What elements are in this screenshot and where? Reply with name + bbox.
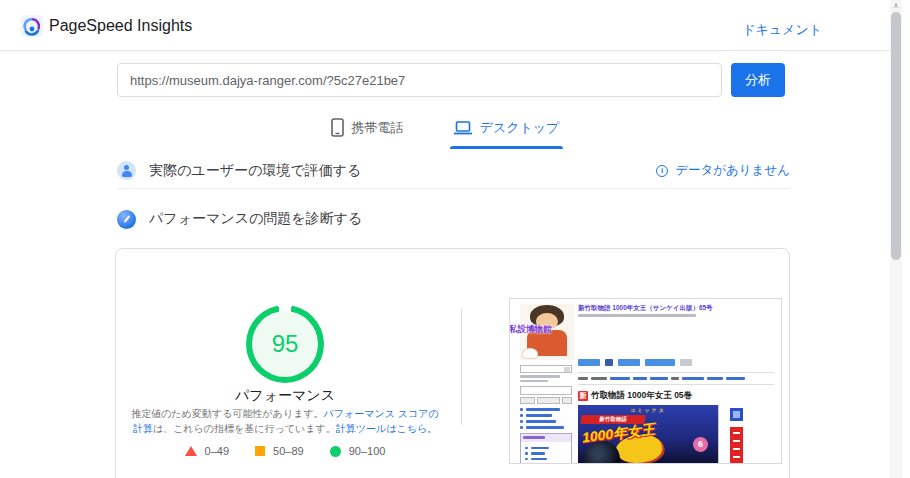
decorative-placeholder bbox=[564, 367, 570, 372]
legend-item-fail: 0–49 bbox=[185, 445, 229, 457]
decorative-placeholder bbox=[537, 397, 560, 404]
url-input[interactable] bbox=[117, 63, 722, 97]
field-section-title: 実際のユーザーの環境で評価する bbox=[149, 162, 361, 180]
note-text-2: は、これらの指標を基に行っています。 bbox=[153, 423, 336, 434]
active-tab-underline bbox=[450, 146, 564, 149]
red-triangle-icon bbox=[185, 446, 197, 456]
thumb-social-buttons bbox=[578, 359, 692, 366]
decorative-placeholder bbox=[578, 359, 600, 366]
decorative-placeholder bbox=[650, 377, 668, 380]
decorative-placeholder bbox=[525, 463, 528, 464]
decorative-placeholder bbox=[645, 359, 675, 366]
decorative-placeholder bbox=[591, 377, 607, 380]
decorative-placeholder bbox=[618, 359, 640, 366]
thumb-site-name: 私設博物館 bbox=[509, 324, 552, 336]
thumb-sidebar bbox=[520, 365, 572, 464]
decorative-placeholder bbox=[726, 377, 745, 380]
cover-publisher-text: コミックス bbox=[578, 407, 718, 413]
decorative-placeholder bbox=[733, 440, 740, 442]
lab-data-section-header: パフォーマンスの問題を診断する bbox=[117, 203, 790, 235]
decorative-placeholder bbox=[562, 397, 572, 404]
performance-score-value: 95 bbox=[252, 311, 318, 377]
decorative-placeholder bbox=[733, 411, 740, 418]
scrollbar-thumb[interactable] bbox=[891, 12, 901, 260]
decorative-placeholder bbox=[682, 377, 704, 380]
no-data-label: データがありません bbox=[675, 162, 790, 179]
decorative-placeholder bbox=[520, 420, 523, 423]
decorative-placeholder bbox=[671, 377, 679, 380]
mobile-phone-icon bbox=[331, 118, 344, 137]
legend-average-range: 50–89 bbox=[273, 445, 304, 457]
tab-mobile-label: 携帯電話 bbox=[352, 119, 404, 137]
decorative-placeholder bbox=[531, 458, 547, 461]
pagespeed-insights-page: PageSpeed Insights ドキュメント 分析 携帯電話 デスクトップ… bbox=[0, 0, 910, 478]
desktop-icon bbox=[454, 121, 472, 135]
decorative-placeholder bbox=[522, 348, 538, 359]
decorative-placeholder bbox=[531, 452, 545, 455]
legend-item-pass: 90–100 bbox=[330, 445, 386, 457]
decorative-placeholder bbox=[707, 377, 723, 380]
pagespeed-logo-icon bbox=[21, 15, 43, 37]
lab-section-title: パフォーマンスの問題を診断する bbox=[149, 210, 362, 228]
thumb-article-heading-text: 竹取物語 1000年女王 05巻 bbox=[591, 390, 692, 402]
real-users-icon bbox=[117, 161, 136, 180]
decorative-placeholder bbox=[526, 408, 560, 411]
legend-fail-range: 0–49 bbox=[205, 445, 229, 457]
decorative-placeholder bbox=[680, 359, 692, 366]
decorative-placeholder bbox=[520, 397, 535, 404]
site-screenshot-thumbnail: 私設博物館 新竹取物語 1000年女王（サンケイ出版）65号 bbox=[509, 298, 782, 464]
calculator-link[interactable]: 計算ツールはこちら。 bbox=[336, 423, 437, 434]
decorative-placeholder bbox=[523, 436, 545, 439]
app-header: PageSpeed Insights ドキュメント bbox=[0, 0, 890, 51]
decorative-placeholder bbox=[526, 414, 552, 417]
decorative-placeholder bbox=[526, 420, 556, 423]
legend-item-average: 50–89 bbox=[255, 445, 304, 457]
tab-desktop-label: デスクトップ bbox=[480, 119, 560, 137]
decorative-placeholder bbox=[525, 458, 528, 461]
page-title: PageSpeed Insights bbox=[49, 17, 192, 35]
decorative-placeholder bbox=[578, 377, 588, 380]
documentation-link[interactable]: ドキュメント bbox=[742, 21, 822, 39]
thumb-tag-line bbox=[578, 377, 745, 380]
decorative-placeholder bbox=[520, 408, 523, 411]
no-data-status: i データがありません bbox=[656, 162, 790, 179]
device-tabs: 携帯電話 デスクトップ bbox=[0, 110, 890, 149]
new-badge: 新 bbox=[578, 391, 588, 401]
scrollbar-up-arrow[interactable]: ∧ bbox=[890, 1, 902, 11]
cover-volume-badge: 6 bbox=[693, 437, 708, 452]
info-icon[interactable]: i bbox=[656, 165, 668, 177]
comic-cover-image: コミックス 新竹取物語 1000年女王 6 bbox=[578, 405, 754, 464]
page-scrollbar[interactable]: ∧ bbox=[890, 0, 902, 478]
thumb-post-title: 新竹取物語 1000年女王（サンケイ出版）65号 bbox=[578, 304, 776, 313]
decorative-placeholder bbox=[578, 314, 696, 317]
field-data-section-header[interactable]: 実際のユーザーの環境で評価する i データがありません bbox=[117, 153, 790, 189]
decorative-placeholder bbox=[124, 215, 131, 223]
decorative-placeholder bbox=[124, 165, 129, 170]
thumb-article-heading: 新 竹取物語 1000年女王 05巻 bbox=[578, 390, 692, 402]
decorative-placeholder bbox=[526, 426, 564, 429]
tab-desktop[interactable]: デスクトップ bbox=[450, 110, 564, 149]
decorative-placeholder bbox=[520, 414, 523, 417]
performance-score-gauge[interactable]: 95 bbox=[246, 305, 324, 383]
performance-report-card: 95 パフォーマンス 推定値のため変動する可能性があります。パフォーマンス スコ… bbox=[115, 248, 790, 478]
decorative-placeholder bbox=[733, 432, 740, 434]
decorative-placeholder bbox=[520, 380, 548, 383]
decorative-placeholder bbox=[531, 463, 553, 464]
performance-note: 推定値のため変動する可能性があります。パフォーマンス スコアの計算は、これらの指… bbox=[128, 407, 442, 436]
decorative-placeholder bbox=[733, 456, 740, 458]
green-circle-icon bbox=[330, 446, 341, 457]
decorative-placeholder bbox=[730, 408, 743, 421]
tab-mobile[interactable]: 携帯電話 bbox=[327, 110, 408, 149]
decorative-placeholder bbox=[605, 359, 613, 366]
analyze-button[interactable]: 分析 bbox=[731, 63, 785, 97]
score-legend: 0–49 50–89 90–100 bbox=[116, 445, 454, 457]
decorative-placeholder bbox=[525, 452, 528, 455]
note-text-1: 推定値のため変動する可能性があります。 bbox=[131, 408, 323, 419]
legend-pass-range: 90–100 bbox=[349, 445, 386, 457]
diagnose-performance-icon bbox=[117, 210, 136, 229]
performance-label: パフォーマンス bbox=[116, 387, 454, 405]
decorative-placeholder bbox=[520, 386, 572, 395]
orange-square-icon bbox=[255, 446, 265, 456]
decorative-placeholder bbox=[520, 426, 523, 429]
decorative-placeholder bbox=[584, 441, 620, 464]
